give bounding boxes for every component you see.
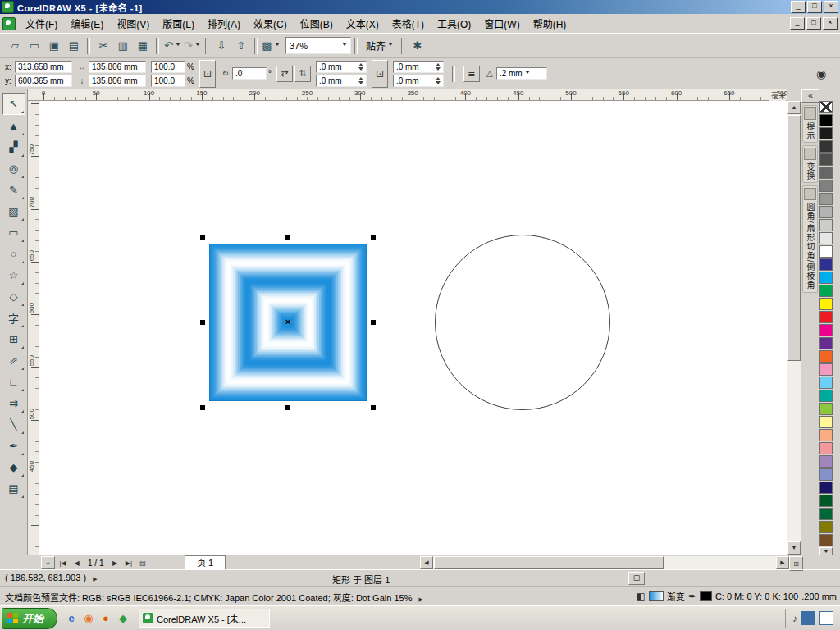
color-swatch[interactable]	[819, 363, 833, 376]
snap-to-dropdown[interactable]: 贴齐	[361, 37, 398, 54]
firefox-icon[interactable]: ●	[98, 611, 113, 626]
vertical-scroll-thumb[interactable]	[788, 115, 801, 361]
wrap-paragraph-text-button[interactable]: ≣	[463, 66, 480, 82]
docker-collapse-button[interactable]: «	[801, 89, 819, 103]
corner-radius-tr-field[interactable]: .0 mm	[393, 61, 444, 73]
vertical-ruler[interactable]: 750700650600550500450	[28, 101, 39, 555]
selection-handle[interactable]	[371, 405, 376, 410]
docker-tab-3[interactable]: 圆角/扇形切角/倒棱角	[802, 185, 818, 293]
corner-radius-bl-field[interactable]: .0 mm	[316, 75, 367, 87]
color-swatch[interactable]	[819, 521, 833, 533]
network-icon[interactable]	[801, 611, 815, 625]
flyout-arrow-icon[interactable]: ▶	[93, 576, 97, 582]
doc-close-button[interactable]: ×	[823, 17, 838, 30]
menu-item-7[interactable]: 位图(B)	[294, 14, 340, 33]
cut-button[interactable]: ✂	[94, 37, 112, 55]
ruler-origin-corner[interactable]	[28, 89, 39, 101]
selection-handle[interactable]	[371, 320, 376, 325]
color-swatch[interactable]	[819, 167, 833, 179]
paste-button[interactable]: ▦	[134, 37, 152, 55]
menu-item-4[interactable]: 版面(L)	[156, 14, 201, 33]
ellipse-tool[interactable]: ○	[3, 244, 25, 264]
object-width-field[interactable]: 135.806 mm	[89, 61, 146, 73]
corner-radius-tl-field[interactable]: .0 mm	[316, 61, 367, 73]
eyedropper-tool[interactable]: ╲	[3, 414, 25, 435]
scroll-right-icon[interactable]: ▶	[776, 556, 789, 569]
ellipse-object[interactable]	[435, 235, 610, 410]
color-swatch[interactable]	[819, 232, 833, 244]
zoom-level-dropdown[interactable]: 37%	[285, 37, 351, 54]
color-swatch[interactable]	[819, 298, 833, 310]
menu-item-9[interactable]: 表格(T)	[386, 14, 431, 33]
color-swatch[interactable]	[819, 429, 833, 441]
color-swatch[interactable]	[819, 140, 833, 153]
menu-item-11[interactable]: 窗口(W)	[477, 14, 526, 33]
menu-item-8[interactable]: 文本(X)	[340, 14, 386, 33]
save-button[interactable]: ▣	[45, 37, 63, 55]
color-swatch[interactable]	[819, 193, 833, 205]
mirror-horizontal-button[interactable]: ⇄	[276, 66, 293, 82]
scroll-up-icon[interactable]: ▲	[788, 101, 801, 114]
media-player-icon[interactable]: ◉	[81, 611, 96, 626]
print-button[interactable]: ▤	[65, 37, 83, 55]
last-page-button[interactable]: ▶|	[122, 557, 135, 568]
status-options-icon[interactable]: ▢	[628, 572, 645, 585]
add-page-button[interactable]: +	[41, 556, 55, 569]
y-position-field[interactable]: 600.365 mm	[15, 75, 72, 87]
color-swatch[interactable]	[819, 534, 833, 546]
page-icon[interactable]: ▤	[136, 557, 148, 568]
vertical-scrollbar[interactable]: ▲ ▼	[788, 101, 801, 555]
rectangle-tool[interactable]: ▭	[3, 222, 25, 243]
spinner-icon[interactable]	[358, 61, 363, 73]
fill-tool[interactable]: ◆	[3, 457, 25, 477]
docker-tab-2[interactable]: 变换	[802, 145, 818, 183]
color-swatch[interactable]	[819, 377, 833, 389]
outline-pen-tool[interactable]: ✒	[3, 436, 25, 456]
color-swatch[interactable]	[819, 258, 833, 271]
options-button[interactable]: ✱	[409, 37, 427, 55]
corner-radius-br-field[interactable]: .0 mm	[393, 75, 444, 87]
start-button[interactable]: 开始	[2, 608, 57, 629]
scale-y-field[interactable]: 100.0	[151, 75, 185, 87]
horizontal-scrollbar[interactable]: ◀ ▶	[420, 556, 789, 569]
color-swatch[interactable]	[819, 337, 833, 349]
color-swatch[interactable]	[819, 442, 833, 454]
zoom-tool[interactable]: ◎	[3, 158, 25, 179]
dimension-tool[interactable]: ⇗	[3, 350, 25, 371]
drawing-canvas[interactable]: ×	[39, 101, 788, 555]
volume-icon[interactable]: ♪	[792, 613, 797, 624]
rotation-angle-field[interactable]: .0	[232, 67, 267, 80]
shape-tool[interactable]: ▲	[3, 116, 25, 136]
palette-scroll-down-icon[interactable]	[819, 547, 833, 555]
connector-tool[interactable]: ∟	[3, 372, 25, 392]
horizontal-scroll-thumb[interactable]	[434, 556, 664, 569]
spinner-icon[interactable]	[436, 75, 441, 87]
settings-wheel-button[interactable]: ◉	[814, 66, 829, 81]
menu-item-2[interactable]: 编辑(E)	[64, 14, 110, 33]
color-swatch[interactable]	[819, 219, 833, 231]
color-swatch[interactable]	[819, 455, 833, 468]
menu-item-6[interactable]: 效果(C)	[247, 14, 294, 33]
selection-handle[interactable]	[200, 235, 205, 240]
coreldraw-task-button[interactable]: CorelDRAW X5 - [未...	[139, 609, 270, 628]
color-swatch[interactable]	[819, 206, 833, 218]
minimize-button[interactable]: _	[791, 1, 806, 13]
object-height-field[interactable]: 135.806 mm	[89, 75, 146, 87]
color-swatch[interactable]	[819, 390, 833, 402]
menu-item-3[interactable]: 视图(V)	[110, 14, 156, 33]
fill-swatch[interactable]	[649, 591, 664, 601]
docker-tab-1[interactable]: 提示	[802, 105, 818, 143]
color-swatch[interactable]	[819, 324, 833, 336]
table-tool[interactable]: ⊞	[3, 329, 25, 349]
menu-item-5[interactable]: 排列(A)	[201, 14, 247, 33]
text-tool[interactable]: 字	[3, 308, 25, 328]
menu-item-10[interactable]: 工具(O)	[431, 14, 477, 33]
undo-button[interactable]: ↶	[163, 37, 181, 55]
basic-shapes-tool[interactable]: ◇	[3, 286, 25, 307]
lock-corners-button[interactable]: ⊡	[372, 60, 388, 88]
doc-minimize-button[interactable]: _	[790, 17, 805, 30]
interactive-fill-tool[interactable]: ▤	[3, 478, 25, 499]
color-swatch[interactable]	[819, 180, 833, 192]
pick-tool[interactable]: ↖	[2, 93, 25, 115]
selection-handle[interactable]	[285, 405, 290, 410]
